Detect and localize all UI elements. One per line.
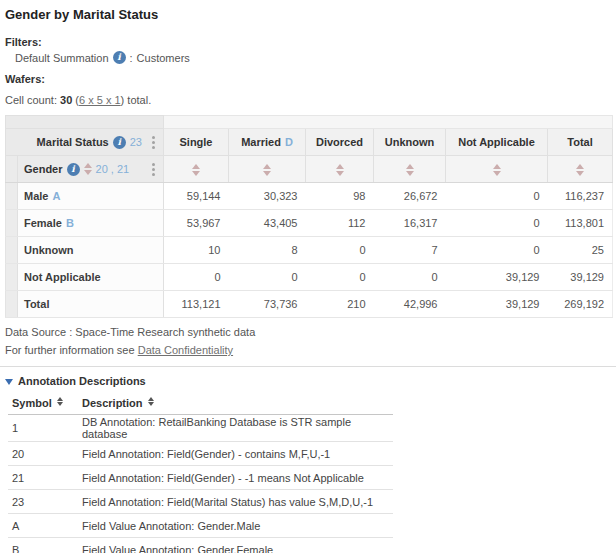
data-cell: 26,672: [374, 183, 446, 210]
sort-icon[interactable]: [192, 164, 200, 176]
annotation-section-header[interactable]: Annotation Descriptions: [5, 375, 611, 387]
table-row-not-applicable: Not Applicable 0 0 0 0 39,129 39,129: [6, 264, 613, 291]
row-dimension-header[interactable]: Gender 20 , 21: [18, 156, 164, 183]
annotation-row: 23 Field Annotation: Field(Marital Statu…: [8, 490, 393, 514]
info-icon[interactable]: [113, 51, 126, 64]
kebab-menu-icon[interactable]: [150, 161, 157, 178]
row-strip: [6, 183, 18, 210]
data-cell: 39,129: [446, 264, 548, 291]
further-info-line: For further information see Data Confide…: [5, 344, 611, 356]
annotation-description: Field Value Annotation: Gender.Female: [78, 538, 393, 553]
symbol-column-header[interactable]: Symbol: [8, 394, 78, 415]
table-row-male: MaleA 59,144 30,323 98 26,672 0 116,237: [6, 183, 613, 210]
sort-icon[interactable]: [57, 397, 63, 406]
data-cell: 116,237: [548, 183, 613, 210]
row-strip: [6, 264, 18, 291]
annotation-symbol: B: [8, 538, 78, 553]
annotation-ref[interactable]: 23: [130, 136, 142, 148]
annotation-symbol: 23: [8, 490, 78, 514]
table-row-female: FemaleB 53,967 43,405 112 16,317 0 113,8…: [6, 210, 613, 237]
data-cell: 42,996: [374, 291, 446, 318]
annotation-description: Field Annotation: Field(Gender) - contai…: [78, 442, 393, 466]
sort-icon[interactable]: [493, 164, 501, 176]
data-cell: 113,121: [164, 291, 229, 318]
info-icon[interactable]: [113, 136, 126, 149]
annotation-table: Symbol Description 1 DB Annotation: Reta…: [8, 394, 393, 553]
paren-close: ): [121, 94, 125, 106]
table-top-strip: [6, 116, 613, 129]
row-dimension-label: Gender: [24, 163, 63, 175]
annotation-description: Field Annotation: Field(Marital Status) …: [78, 490, 393, 514]
annotation-symbol: 21: [8, 466, 78, 490]
annotation-row: A Field Value Annotation: Gender.Male: [8, 514, 393, 538]
page-title: Gender by Marital Status: [5, 8, 611, 22]
annotation-symbol: 20: [8, 442, 78, 466]
data-cell: 30,323: [229, 183, 306, 210]
column-header-married: MarriedD: [229, 129, 306, 156]
data-cell: 0: [374, 264, 446, 291]
data-cell: 10: [164, 237, 229, 264]
filter-value: Customers: [137, 52, 190, 64]
data-cell: 269,192: [548, 291, 613, 318]
data-cell: 73,736: [229, 291, 306, 318]
collapse-triangle-icon[interactable]: [5, 379, 13, 385]
description-column-header[interactable]: Description: [78, 394, 393, 415]
annotation-row: 20 Field Annotation: Field(Gender) - con…: [8, 442, 393, 466]
annotation-symbol: A: [8, 514, 78, 538]
annotation-description: Field Annotation: Field(Gender) - -1 mea…: [78, 466, 393, 490]
data-cell: 0: [446, 210, 548, 237]
cell-count-prefix: Cell count:: [5, 94, 57, 106]
sort-icon[interactable]: [263, 164, 271, 176]
row-header: MaleA: [18, 183, 164, 210]
data-cell: 0: [229, 264, 306, 291]
annotation-row: B Field Value Annotation: Gender.Female: [8, 538, 393, 553]
filter-name: Default Summation: [15, 52, 109, 64]
row-strip: [6, 291, 18, 318]
data-cell: 59,144: [164, 183, 229, 210]
further-info-prefix: For further information see: [5, 344, 135, 356]
sort-cell-single: [164, 156, 229, 183]
row-strip: [6, 237, 18, 264]
row-header: FemaleB: [18, 210, 164, 237]
column-header-unknown: Unknown: [374, 129, 446, 156]
filters-label: Filters:: [5, 36, 611, 48]
data-cell: 0: [164, 264, 229, 291]
annotation-ref[interactable]: 20 , 21: [96, 163, 130, 175]
data-cell: 98: [306, 183, 374, 210]
data-cell: 39,129: [548, 264, 613, 291]
annotation-description: DB Annotation: RetailBanking Database is…: [78, 415, 393, 442]
filter-colon: :: [130, 52, 133, 64]
annotation-ref[interactable]: B: [66, 217, 74, 229]
cell-count-value: 30: [60, 94, 72, 106]
section-divider: [0, 366, 616, 367]
sort-icon[interactable]: [84, 163, 92, 175]
wafers-label: Wafers:: [5, 73, 611, 85]
data-confidentiality-link[interactable]: Data Confidentiality: [138, 344, 233, 356]
annotation-ref[interactable]: D: [285, 136, 293, 148]
sort-icon[interactable]: [576, 164, 584, 176]
sort-cell-married: [229, 156, 306, 183]
sort-icon[interactable]: [148, 397, 154, 406]
column-header-total: Total: [548, 129, 613, 156]
data-cell: 0: [306, 237, 374, 264]
column-header-divorced: Divorced: [306, 129, 374, 156]
sort-row: Gender 20 , 21: [6, 156, 613, 183]
info-icon[interactable]: [67, 163, 80, 176]
data-source-line: Data Source : Space-Time Research synthe…: [5, 326, 611, 338]
kebab-menu-icon[interactable]: [150, 134, 157, 151]
annotation-row: 1 DB Annotation: RetailBanking Database …: [8, 415, 393, 442]
cell-count-link[interactable]: 6 x 5 x 1: [79, 94, 121, 106]
data-cell: 43,405: [229, 210, 306, 237]
sort-icon[interactable]: [336, 164, 344, 176]
data-cell: 25: [548, 237, 613, 264]
data-cell: 16,317: [374, 210, 446, 237]
sort-icon[interactable]: [406, 164, 414, 176]
table-row-unknown: Unknown 10 8 0 7 0 25: [6, 237, 613, 264]
annotation-ref[interactable]: A: [52, 190, 60, 202]
crosstab-table: Marital Status 23 Single MarriedD Divorc…: [5, 115, 613, 318]
column-dimension-header[interactable]: Marital Status 23: [6, 129, 164, 156]
annotation-symbol: 1: [8, 415, 78, 442]
data-cell: 39,129: [446, 291, 548, 318]
sort-cell-divorced: [306, 156, 374, 183]
data-cell: 210: [306, 291, 374, 318]
